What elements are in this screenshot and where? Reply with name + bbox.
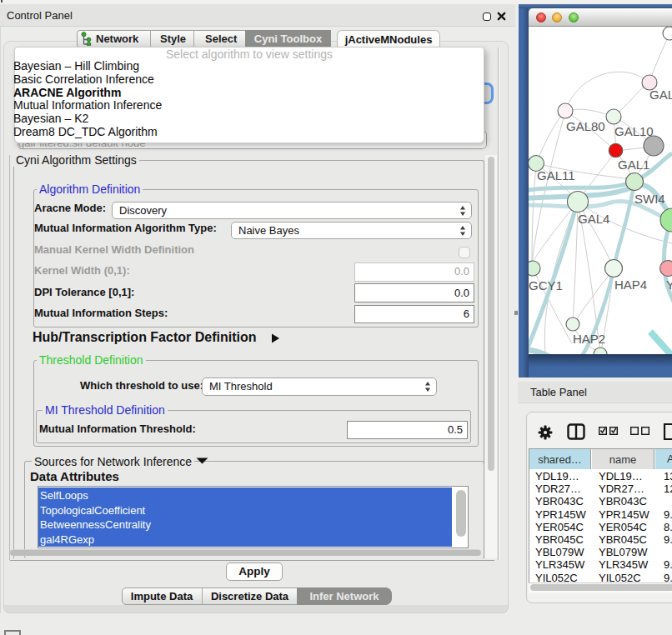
svg-text:GAL4: GAL4 (578, 212, 609, 226)
svg-text:HAP2: HAP2 (573, 332, 605, 346)
svg-text:GAL: GAL (649, 88, 672, 102)
svg-text:SWI4: SWI4 (634, 192, 665, 206)
svg-text:GCY1: GCY1 (529, 278, 563, 292)
svg-text:GAL80: GAL80 (566, 119, 605, 133)
svg-text:GAL1: GAL1 (618, 158, 649, 172)
svg-text:GAL11: GAL11 (537, 168, 575, 182)
svg-text:GAL10: GAL10 (614, 124, 654, 138)
svg-text:Y: Y (666, 278, 672, 292)
svg-text:HAP4: HAP4 (614, 278, 647, 292)
